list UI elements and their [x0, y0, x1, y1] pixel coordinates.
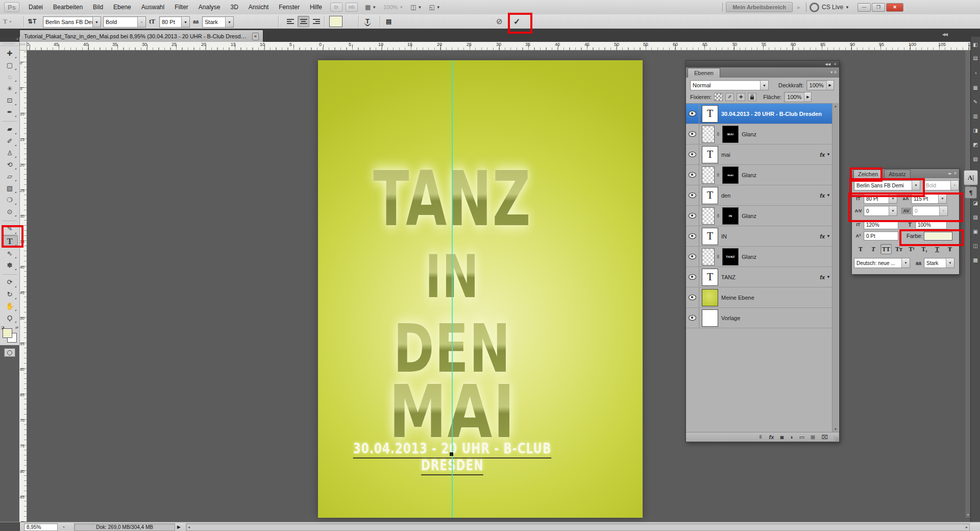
lock-transparency-icon[interactable]: [714, 93, 723, 101]
document-tab[interactable]: Tutorial_Plakat_Tanz_in_den_Mai.psd bei …: [19, 30, 263, 42]
dock-panel-icon-2[interactable]: ▦: [972, 84, 979, 91]
cs-live-menu[interactable]: CS Live ▼: [810, 3, 849, 12]
layer-name[interactable]: Glanz: [742, 172, 756, 178]
panel-close-icon[interactable]: ✕: [834, 62, 837, 66]
tab-zeichen[interactable]: Zeichen: [853, 170, 883, 178]
type-style-button[interactable]: TT: [880, 244, 892, 254]
delete-layer-icon[interactable]: ⌧: [821, 434, 828, 441]
opacity-field[interactable]: 100%▶: [806, 80, 834, 90]
layer-mask-thumbnail[interactable]: IN: [722, 207, 739, 225]
foreground-color-swatch[interactable]: [3, 328, 12, 338]
layer-mask-thumbnail[interactable]: mai: [722, 166, 739, 184]
layer-name[interactable]: den: [721, 192, 730, 199]
crop-tool[interactable]: ⊡: [2, 94, 17, 106]
lock-all-icon[interactable]: [748, 93, 756, 101]
fill-field[interactable]: 100%▶: [784, 92, 812, 102]
dock-panel-icon-8[interactable]: ▨: [972, 213, 979, 221]
align-left-button[interactable]: [285, 16, 297, 27]
minimize-button[interactable]: —: [857, 3, 871, 12]
transparency-thumbnail[interactable]: [702, 126, 715, 143]
dock-panel-icon-10[interactable]: ◫: [972, 242, 979, 249]
pen-tool[interactable]: ✎: [2, 221, 17, 235]
canvas-document[interactable]: TANZ IN DEN MAI 30.04.2013 - 20 UHR - B-…: [318, 60, 643, 518]
hand-tool[interactable]: ✋: [2, 300, 17, 312]
fx-expand-icon[interactable]: ▼: [826, 234, 830, 238]
font-style-select[interactable]: Bold▼: [103, 16, 146, 28]
vertical-guide[interactable]: [452, 60, 453, 518]
custom-shape-tool[interactable]: ✽: [2, 259, 17, 271]
layer-visibility-toggle[interactable]: [686, 185, 699, 205]
char-font-style-select[interactable]: Bold▼: [923, 180, 959, 190]
swap-colors-icon[interactable]: ⇄: [15, 326, 18, 330]
mini-bridge-button[interactable]: Mb: [346, 3, 358, 12]
history-brush-tool[interactable]: ⟲: [2, 159, 17, 171]
layer-name[interactable]: 30.04.2013 - 20 UHR - B-Club Dresden: [721, 111, 822, 117]
lasso-tool[interactable]: ◌: [2, 71, 17, 83]
type-style-button[interactable]: T: [868, 244, 879, 254]
char-anti-alias-select[interactable]: Stark▼: [924, 258, 954, 268]
layer-row[interactable]: T ∞ Meine Ebene fx ▼: [686, 287, 832, 308]
scroll-down-icon[interactable]: ▼: [966, 513, 970, 517]
layer-name[interactable]: Glanz: [742, 213, 756, 219]
cancel-edits-button[interactable]: ⊘: [496, 16, 503, 27]
layer-row[interactable]: T ∞ TANZ Glanz fx ▼: [686, 247, 832, 267]
gradient-tool[interactable]: ▧: [2, 182, 17, 194]
layer-visibility-toggle[interactable]: [686, 247, 699, 267]
layers-scrollbar[interactable]: ▲ ▼: [832, 103, 839, 432]
adjustment-layer-icon[interactable]: ◑: [790, 434, 793, 440]
new-group-icon[interactable]: ▭: [799, 434, 804, 441]
kerning-select[interactable]: 0▼: [864, 206, 897, 216]
dock-collapse-chevrons[interactable]: ◀◀: [942, 32, 947, 37]
layer-visibility-toggle[interactable]: [686, 226, 699, 246]
lock-pixels-icon[interactable]: ✐: [725, 93, 734, 101]
layer-visibility-toggle[interactable]: [686, 308, 699, 328]
view-extras-dropdown[interactable]: ▦▼: [365, 4, 376, 11]
commit-edits-button[interactable]: ✓: [513, 16, 520, 27]
restore-button[interactable]: ❐: [872, 3, 885, 12]
transparency-thumbnail[interactable]: [702, 166, 715, 184]
panel-collapse-icon[interactable]: ◀◀: [825, 62, 830, 66]
character-panel-dock-button[interactable]: A|: [964, 170, 978, 185]
text-color-swatch[interactable]: [329, 16, 342, 27]
dock-panel-icon-3[interactable]: ▥: [972, 112, 979, 119]
leading-select[interactable]: 115 Pt▼: [911, 194, 947, 204]
menu-item[interactable]: Filter: [169, 2, 193, 13]
char-size-select[interactable]: 80 Pt▼: [864, 194, 897, 204]
layer-thumbnail[interactable]: [702, 309, 718, 327]
dock-panel-icon-11[interactable]: ▩: [972, 256, 979, 263]
menu-item[interactable]: Datei: [23, 2, 48, 13]
fx-expand-icon[interactable]: ▼: [826, 152, 830, 157]
fx-expand-icon[interactable]: ▼: [826, 193, 830, 198]
layer-name[interactable]: Vorlage: [721, 315, 740, 321]
close-button[interactable]: ✕: [886, 3, 903, 12]
type-style-button[interactable]: T¹: [906, 244, 917, 254]
type-tool[interactable]: T: [2, 235, 18, 248]
toggle-panels-button[interactable]: ▤: [386, 16, 391, 27]
warp-text-button[interactable]: T: [364, 16, 371, 27]
layer-visibility-toggle[interactable]: [686, 287, 699, 307]
tracking-select[interactable]: 0▼: [912, 206, 948, 216]
menu-item[interactable]: Ebene: [108, 2, 136, 13]
layer-row[interactable]: T ∞ mai Glanz fx ▼: [686, 165, 832, 185]
menu-item[interactable]: 3D: [226, 2, 243, 13]
menu-item[interactable]: Hilfe: [305, 2, 327, 13]
add-layer-mask-icon[interactable]: ◙: [780, 434, 783, 440]
layer-row[interactable]: T ∞ TANZ fx ▼: [686, 267, 832, 287]
tool-preset-picker[interactable]: T ▼: [3, 16, 12, 27]
layer-mask-thumbnail[interactable]: MAI: [722, 126, 739, 143]
new-layer-icon[interactable]: ⊞: [811, 434, 815, 441]
layer-fx-badge[interactable]: fx: [820, 274, 825, 280]
layer-row[interactable]: T ∞ Vorlage fx ▼: [686, 308, 832, 328]
paragraph-panel-dock-button[interactable]: ¶: [965, 186, 977, 199]
layer-name[interactable]: Meine Ebene: [721, 295, 754, 301]
bridge-button[interactable]: Br: [330, 3, 342, 12]
text-layer-thumbnail[interactable]: T: [702, 187, 718, 204]
screen-mode-dropdown[interactable]: ◱▼: [429, 4, 440, 11]
dock-panel-icon-5[interactable]: ◩: [972, 141, 979, 148]
orbit-tool[interactable]: ↻: [2, 288, 17, 300]
menu-item[interactable]: Bild: [88, 2, 108, 13]
menu-item[interactable]: Bearbeiten: [48, 2, 88, 13]
type-style-button[interactable]: T: [932, 244, 943, 254]
lock-position-icon[interactable]: ✚: [737, 93, 745, 101]
layer-row[interactable]: T ∞ mai fx ▼: [686, 144, 832, 165]
